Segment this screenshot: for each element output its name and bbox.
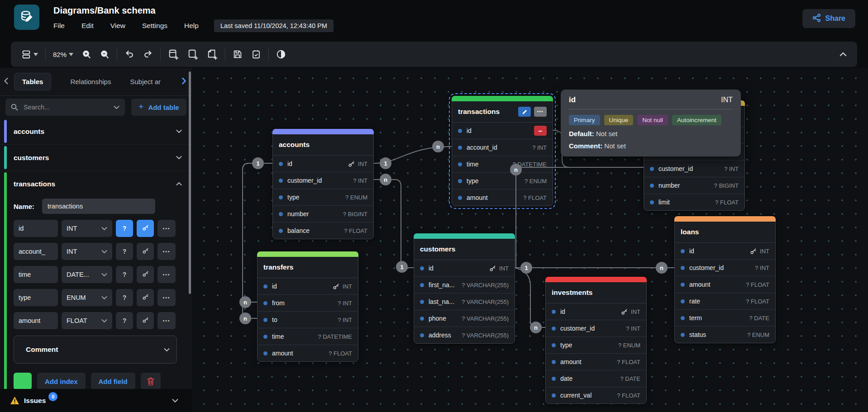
add-index-button[interactable]: Add index	[37, 373, 86, 389]
table-field-row-first-na[interactable]: first_na...? VARCHAR(255)	[414, 277, 515, 294]
table-field-row-customer-id[interactable]: customer_id? INT	[675, 260, 775, 276]
save-button[interactable]	[231, 48, 244, 61]
add-table-button[interactable]: + Add table	[131, 99, 186, 116]
table-field-row-id[interactable]: id−	[452, 123, 553, 139]
collapse-toolbar-chevron-up-icon[interactable]	[838, 51, 848, 58]
table-field-row-amount[interactable]: amount? FLOAT	[258, 345, 358, 361]
table-header[interactable]: investments	[546, 282, 646, 303]
field-primary-key-toggle[interactable]	[137, 266, 154, 283]
tab-tables[interactable]: Tables	[14, 73, 51, 90]
table-field-row-limit[interactable]: limit? FLOAT	[644, 194, 744, 210]
field-more-button[interactable]: •••	[157, 312, 176, 329]
table-field-row-balance[interactable]: balance? FLOAT	[273, 223, 373, 239]
table-field-row-id[interactable]: idINT	[546, 303, 646, 320]
table-field-row-id[interactable]: idINT	[414, 260, 515, 277]
undo-button[interactable]	[123, 48, 136, 61]
canvas-table-transactions[interactable]: transactions ••• id− account_id? INT tim…	[452, 96, 553, 206]
table-field-row-amount[interactable]: amount? FLOAT	[675, 276, 775, 293]
table-field-row-to[interactable]: to? INT	[258, 312, 358, 328]
table-header[interactable]: transactions •••	[452, 101, 553, 123]
sidebar-table-item-accounts[interactable]: accounts	[0, 118, 192, 144]
diagram-layout-button[interactable]	[20, 48, 39, 61]
field-more-button[interactable]: •••	[157, 243, 176, 260]
field-more-button[interactable]: •••	[157, 289, 176, 306]
field-primary-key-toggle[interactable]	[137, 243, 154, 260]
edit-table-button[interactable]	[518, 107, 531, 117]
zoom-level-button[interactable]: 82%	[52, 49, 75, 60]
table-field-row-number[interactable]: number? BIGINT	[273, 206, 373, 223]
add-note-tool-button[interactable]	[205, 47, 219, 61]
menu-item-view[interactable]: View	[110, 22, 125, 30]
table-field-row-id[interactable]: idINT	[273, 156, 373, 172]
field-nullable-toggle[interactable]: ?	[116, 220, 133, 237]
sidebar-scrollbar[interactable]	[189, 71, 191, 294]
delete-table-button[interactable]	[141, 373, 161, 389]
field-type-select[interactable]: ENUM	[62, 289, 112, 306]
table-name-input[interactable]	[42, 199, 155, 214]
field-nullable-toggle[interactable]: ?	[116, 266, 133, 283]
canvas-table-transfers[interactable]: transfers idINT from? INT to? INT time? …	[257, 251, 358, 362]
tab-relationships[interactable]: Relationships	[70, 78, 111, 85]
table-field-row-phone[interactable]: phone? VARCHAR(255)	[414, 310, 515, 327]
field-nullable-toggle[interactable]: ?	[116, 289, 133, 306]
table-field-row-amount[interactable]: amount? FLOAT	[546, 354, 646, 370]
table-more-button[interactable]: •••	[534, 107, 547, 117]
field-nullable-toggle[interactable]: ?	[116, 243, 133, 260]
add-field-button[interactable]: Add field	[91, 373, 135, 389]
tab-subject-ar[interactable]: Subject ar	[130, 78, 161, 85]
table-field-row-time[interactable]: time? DATETIME	[258, 328, 358, 345]
table-field-row-number[interactable]: number? BIGINT	[644, 177, 744, 194]
table-field-row-type[interactable]: type? ENUM	[273, 189, 373, 206]
field-type-select[interactable]: INT	[62, 243, 112, 260]
sidebar-table-item-customers[interactable]: customers	[0, 145, 192, 170]
table-field-row-id[interactable]: idINT	[258, 278, 358, 295]
field-primary-key-toggle[interactable]	[137, 312, 154, 329]
issues-chevron-down-icon[interactable]	[172, 397, 178, 405]
table-header[interactable]: accounts	[273, 134, 373, 156]
issues-bar[interactable]: Issues 0	[0, 389, 192, 412]
canvas-table-customers[interactable]: customers idINT first_na...? VARCHAR(255…	[414, 233, 515, 344]
table-header[interactable]: transfers	[258, 257, 358, 278]
canvas-table-loans[interactable]: loans idINT customer_id? INT amount? FLO…	[674, 216, 776, 343]
diagram-canvas[interactable]: accounts idINT customer_id? INT type? EN…	[192, 68, 868, 412]
table-field-row-id[interactable]: idINT	[675, 243, 775, 260]
table-field-row-status[interactable]: status? ENUM	[675, 327, 775, 343]
comment-collapse[interactable]: Comment	[14, 336, 177, 364]
menu-item-file[interactable]: File	[53, 22, 65, 30]
table-field-row-customer-id[interactable]: customer_id? INT	[644, 161, 744, 177]
table-field-row-type[interactable]: type? ENUM	[452, 173, 553, 189]
field-type-select[interactable]: INT	[62, 220, 112, 237]
field-more-button[interactable]: •••	[157, 266, 176, 283]
table-field-row-address[interactable]: address? VARCHAR(255)	[414, 327, 515, 343]
field-type-select[interactable]: FLOAT	[62, 312, 112, 329]
theme-contrast-button[interactable]	[275, 48, 287, 61]
zoom-in-button[interactable]	[81, 48, 93, 61]
table-field-row-time[interactable]: time? DATETIME	[452, 156, 553, 173]
table-field-row-from[interactable]: from? INT	[258, 295, 358, 312]
table-field-row-date[interactable]: date? DATE	[546, 370, 646, 387]
todo-button[interactable]	[250, 48, 262, 61]
table-field-row-rate[interactable]: rate? FLOAT	[675, 293, 775, 310]
field-primary-key-toggle[interactable]	[137, 220, 154, 237]
table-field-row-amount[interactable]: amount? FLOAT	[452, 189, 553, 206]
canvas-table-accounts[interactable]: accounts idINT customer_id? INT type? EN…	[272, 129, 374, 239]
add-table-tool-button[interactable]	[167, 47, 180, 61]
delete-field-button[interactable]: −	[534, 126, 547, 136]
table-field-row-type[interactable]: type? ENUM	[546, 337, 646, 354]
add-area-tool-button[interactable]	[186, 47, 200, 61]
share-button[interactable]: Share	[802, 9, 855, 28]
field-name-box[interactable]: type	[14, 289, 58, 306]
field-type-select[interactable]: DATE...	[62, 266, 112, 283]
table-field-row-term[interactable]: term? DATE	[675, 310, 775, 327]
menu-item-help[interactable]: Help	[184, 22, 199, 30]
table-field-row-current-val[interactable]: current_val? FLOAT	[546, 387, 646, 403]
canvas-table-investments[interactable]: investments idINT customer_id? INT type?…	[545, 277, 647, 404]
field-name-box[interactable]: time	[14, 266, 58, 283]
table-field-row-customer-id[interactable]: customer_id? INT	[273, 172, 373, 189]
table-header[interactable]: customers	[414, 239, 515, 260]
table-field-row-account-id[interactable]: account_id? INT	[452, 139, 553, 156]
app-logo-database-pencil-icon[interactable]	[14, 5, 39, 30]
field-primary-key-toggle[interactable]	[137, 289, 154, 306]
sidebar-table-item-transactions[interactable]: transactions	[0, 171, 192, 197]
menu-item-settings[interactable]: Settings	[142, 22, 167, 30]
